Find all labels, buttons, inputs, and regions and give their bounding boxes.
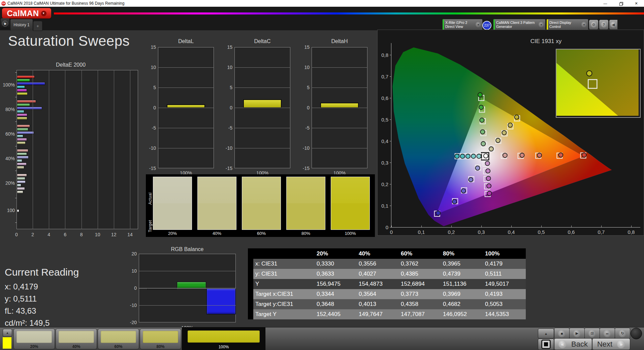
actual-swatch (242, 177, 281, 203)
table-cell: 0,3330 (315, 260, 357, 267)
mini-y-tick-label: 15 (144, 44, 156, 50)
close-button[interactable]: ✕ (629, 0, 644, 7)
restore-button[interactable] (613, 0, 629, 7)
chevron-left-icon: ◀ (610, 22, 616, 28)
pattern-button-60%[interactable]: 60% (98, 328, 139, 349)
transport-continuous-button[interactable]: ∞ (600, 328, 615, 339)
comparison-swatch-20% (153, 177, 192, 230)
table-cell: 0,4193 (484, 291, 526, 298)
minimize-button[interactable]: — (598, 0, 613, 7)
pattern-chip (143, 331, 178, 343)
deltae-bar-60%-green (17, 128, 28, 131)
transport-stop-button[interactable]: ■ (554, 328, 570, 339)
rgb-bar-B (206, 288, 236, 314)
deltae-x-tick-label: 6 (60, 232, 70, 237)
pattern-panel-up-button[interactable]: ▲ (3, 329, 12, 337)
table-row: Target x:CIE310,33440,35640,37730,39690,… (248, 289, 526, 299)
target-swatch (287, 203, 325, 230)
help-button[interactable]: ? (599, 20, 609, 30)
settings-button[interactable]: ⚙ (589, 20, 599, 30)
deltac-chart-title: DeltaC (234, 38, 290, 44)
mini-y-tick-label: -15 (297, 166, 310, 171)
swatch-label: 100% (331, 231, 369, 236)
cie-measured-blue-2 (469, 177, 473, 182)
table-cell: 146,0952 (442, 311, 484, 318)
deltae-bar-100%-yellow (17, 92, 28, 95)
pattern-button-20%[interactable]: 20% (13, 328, 55, 349)
table-row: Target Y152,4405149,7647147,7087146,0952… (248, 309, 526, 319)
cie-measured-cyan-1 (477, 154, 481, 159)
deltae-plot (17, 70, 138, 229)
cie-measured-red-2 (520, 153, 524, 158)
pattern-button-100%[interactable]: 100% (182, 327, 265, 350)
cie-y-tick (390, 184, 391, 184)
pattern-label: 20% (14, 344, 55, 349)
back-button[interactable]: « Back (554, 338, 592, 350)
pattern-button-40%[interactable]: 40% (56, 328, 97, 349)
cie-x-tick (601, 225, 602, 227)
deltae-x-tick-label: 12 (109, 232, 119, 237)
comparison-swatch-80% (287, 177, 325, 230)
cie-inset-graphic (556, 49, 639, 116)
current-reading-title: Current Reading (5, 267, 79, 278)
deltae-bar-80%-yellow (17, 117, 27, 120)
transport-loop-button[interactable]: ↻ (615, 328, 630, 339)
rainbow-divider (54, 12, 644, 14)
mini-gridline (312, 88, 367, 88)
cie-x-tick-label: 0,7 (595, 229, 607, 235)
table-cell: 0,5053 (484, 301, 526, 308)
swatch-label: 20% (153, 231, 192, 236)
transport-play-button[interactable]: ▶ (569, 328, 585, 339)
meter-panel-up-button[interactable]: ▲ (538, 328, 554, 339)
mini-gridline (234, 88, 290, 88)
cie-y-tick-label: 0,7 (378, 74, 388, 79)
meter-count-badge[interactable]: 237 (482, 21, 491, 30)
mini-y-tick-label: 5 (144, 85, 156, 90)
comparison-swatch-60% (242, 177, 281, 230)
cie-x-tick-label: 0,1 (416, 229, 427, 235)
display-control-dropdown[interactable]: Direct Display Control ▼ (546, 19, 588, 30)
window-titlebar: CM CalMAN 2018 CalMAN Ultimate for Busin… (0, 0, 644, 7)
cie-x-tick (481, 225, 482, 227)
cie-y-tick (390, 119, 391, 120)
deltae-gridline (98, 70, 98, 229)
collapse-panel-button[interactable]: ◀ (609, 20, 618, 30)
cie-y-tick (390, 141, 391, 141)
cie-measured-red-3 (537, 153, 542, 158)
transport-measure-once-button[interactable]: ⊡ (584, 328, 600, 339)
calman-menu-button[interactable]: CalMAN ▼ (2, 8, 51, 19)
cie-x-tick-label: 0 (386, 229, 397, 235)
mini-gridline (312, 128, 367, 128)
pattern-generator-dropdown[interactable]: CalMAN Client 3 Pattern Generator ▼ (493, 19, 546, 30)
table-header-100%: 100% (484, 250, 526, 257)
mini-gridline (158, 128, 214, 128)
mini-y-tick-label: 10 (220, 65, 232, 70)
cie-y-tick (390, 55, 391, 55)
table-cell: 0,3564 (357, 291, 399, 298)
table-cell: 0,3633 (315, 271, 357, 277)
table-cell: 0,5111 (484, 271, 526, 277)
meter-dropdown[interactable]: X-Rite i1Pro 2 Direct View ▼ (442, 19, 483, 30)
cie-y-tick-label: 0,8 (378, 52, 388, 58)
table-cell: 0,3773 (399, 291, 442, 298)
actual-swatch (331, 177, 369, 203)
cie-x-tick (511, 225, 512, 227)
deltae-bar-40%-magenta (17, 163, 27, 166)
tab-scroll-button[interactable]: ▶ (1, 18, 9, 29)
target-swatch (198, 203, 236, 230)
cie-y-tick-label: 0,4 (378, 138, 388, 144)
cie-measured-red-5 (582, 153, 586, 157)
tab-history-1[interactable]: History 1 (10, 19, 33, 31)
table-row-strip (248, 289, 253, 299)
pattern-button-80%[interactable]: 80% (140, 328, 181, 349)
stop-measure-button[interactable] (538, 339, 554, 350)
cie-measured-cyan-3 (466, 154, 470, 159)
cie-y-tick-label: 0,6 (378, 95, 388, 101)
comparison-swatch-40% (198, 177, 236, 230)
mini-y-tick-label: -10 (220, 145, 232, 151)
next-button[interactable]: Next » (592, 338, 630, 350)
deltae-bar-20%-yellow (17, 190, 23, 194)
add-tab-button[interactable]: + (33, 21, 42, 31)
table-row-strip (248, 269, 253, 279)
deltae-bar-100%-cyan (17, 85, 25, 89)
